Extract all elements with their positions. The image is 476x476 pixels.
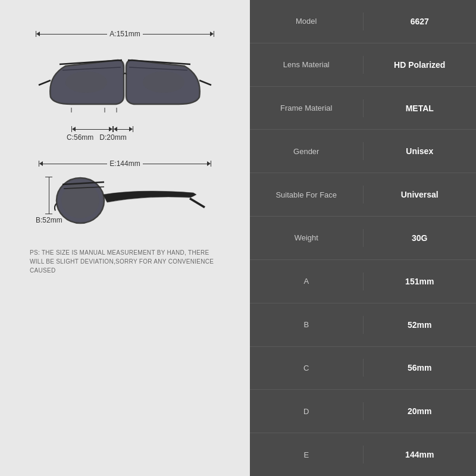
cd-labels-row: C:56mm D:20mm — [36, 133, 214, 142]
svg-point-7 — [143, 71, 184, 93]
dim-a-label: A:151mm — [107, 30, 142, 38]
spec-row-frame: Frame Material METAL — [250, 87, 476, 130]
svg-line-4 — [39, 80, 51, 85]
model-value: 6627 — [364, 12, 477, 31]
spec-row-model: Model 6627 — [250, 0, 476, 43]
glasses-top-section: A:151mm — [12, 30, 238, 142]
dimension-a-line: A:151mm — [36, 30, 214, 38]
dimension-e-line: E:144mm — [39, 159, 211, 168]
a-label: A — [250, 272, 363, 290]
lens-label: Lens Material — [250, 55, 363, 74]
c-spec-label: C — [250, 359, 363, 377]
c-value: 56mm — [364, 358, 477, 377]
weight-label: Weight — [250, 228, 363, 247]
d-spec-label: D — [250, 402, 363, 421]
d-value: 20mm — [364, 402, 477, 421]
glasses-side-svg — [51, 174, 217, 233]
glasses-front-svg — [36, 43, 214, 121]
right-panel: Model 6627 Lens Material HD Polarized Fr… — [250, 0, 476, 476]
line-a-right — [143, 34, 210, 35]
note-text: PS: THE SIZE IS MANUAL MEASUREMENT BY HA… — [30, 248, 220, 275]
gender-value: Unisex — [364, 142, 477, 161]
left-panel: A:151mm — [0, 0, 250, 476]
b-dimension: B:52mm — [36, 177, 62, 224]
a-value: 151mm — [364, 272, 477, 291]
dim-b-label: B:52mm — [36, 216, 62, 224]
dim-e-label: E:144mm — [107, 159, 142, 168]
model-label: Model — [250, 12, 363, 30]
lens-value: HD Polarized — [364, 55, 477, 74]
glasses-side-section: E:144mm B:52mm — [12, 159, 238, 236]
dim-d-label: D:20mm — [99, 133, 126, 142]
spec-row-d: D 20mm — [250, 390, 476, 433]
glasses-side-wrapper: B:52mm — [30, 171, 220, 236]
spec-row-lens: Lens Material HD Polarized — [250, 43, 476, 87]
svg-line-5 — [199, 80, 211, 85]
b-spec-label: B — [250, 315, 363, 334]
cd-dimension-row — [36, 126, 214, 132]
b-value: 52mm — [364, 315, 477, 334]
spec-row-a: A 151mm — [250, 260, 476, 303]
frame-label: Frame Material — [250, 99, 363, 117]
spec-row-e: E 144mm — [250, 433, 476, 476]
line-a-left — [40, 34, 107, 35]
spec-row-gender: Gender Unisex — [250, 130, 476, 173]
face-value: Universal — [364, 185, 477, 204]
svg-point-6 — [65, 71, 107, 93]
gender-label: Gender — [250, 142, 363, 161]
e-value: 144mm — [364, 445, 477, 464]
weight-value: 30G — [364, 228, 477, 248]
face-label: Suitable For Face — [250, 186, 363, 204]
spec-row-b: B 52mm — [250, 303, 476, 347]
e-spec-label: E — [250, 446, 363, 464]
spec-row-weight: Weight 30G — [250, 217, 476, 260]
frame-value: METAL — [364, 99, 477, 118]
spec-row-face: Suitable For Face Universal — [250, 173, 476, 217]
dim-c-label: C:56mm — [67, 133, 93, 142]
spec-row-c: C 56mm — [250, 347, 476, 390]
